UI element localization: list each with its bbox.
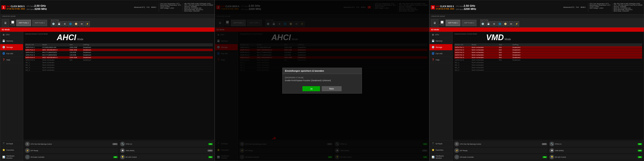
sidebar-item-cpu[interactable]: 🖥CPU: [430, 32, 452, 38]
feature-cell[interactable]: ⚙CPU Fan Fail Warning ControlOFF: [24, 141, 118, 147]
storage-table-cell: Deaktiviert: [83, 54, 99, 56]
extra-port-cell: Deaktiviert: [512, 59, 528, 61]
feature-toggle[interactable]: ON: [208, 156, 213, 158]
sidebar-icon: 💾: [2, 40, 5, 42]
sidebar-bottom-item-favorites[interactable]: ⭐Favorites: [0, 147, 23, 153]
boot-device-icon[interactable]: 📀: [503, 21, 508, 26]
extra-port-cell: Nicht vorhanden: [472, 67, 499, 68]
modal-no-button[interactable]: Nein: [322, 86, 342, 91]
sidebar: 🖥CPU💾Memory💿Storage🌀Fan Info❓Help📱M-Flas…: [0, 32, 23, 161]
feature-toggle[interactable]: OFF: [112, 143, 118, 145]
sidebar-icon: 🖥: [2, 33, 4, 36]
modal-yes-button[interactable]: Ja: [302, 86, 320, 91]
bios-panel-2: 2nsi CLICK BIOS 57:19 So 6 Feb. 2022CPU …: [215, 0, 429, 161]
boot-device-icon[interactable]: 💾: [486, 21, 491, 26]
panel-number: 1: [2, 5, 6, 10]
storage-table-row: SATA Port 1:ST1000LM024 HN1000.2GBDeakti…: [25, 46, 213, 49]
sidebar-item-storage[interactable]: 💿Storage: [0, 44, 23, 50]
sidebar-item-fan-info[interactable]: 🌀Fan Info: [0, 50, 23, 57]
xmp-profile-2-button[interactable]: XMP Profile 2: [32, 20, 47, 26]
sidebar-bottom-item-hardware-monitor[interactable]: 📊Hardware Monitor: [430, 153, 452, 161]
xmp-profile-2-button[interactable]: XMP Profile 2: [462, 20, 476, 26]
boot-device-icon[interactable]: 🖥: [62, 21, 67, 26]
feature-toggle[interactable]: ON: [113, 156, 118, 158]
boot-device-icon[interactable]: ⚡: [85, 21, 90, 26]
system-info-item: BIOS Build Date: 09/14/2021: [614, 9, 642, 10]
feature-icon: ⚡: [25, 148, 30, 153]
sidebar-item-help[interactable]: ❓Help: [430, 57, 452, 63]
feature-cell[interactable]: 🔲VMD (RAID)ON: [548, 147, 643, 153]
sidebar-item-help[interactable]: ❓Help: [0, 57, 23, 63]
storage-table-cell: 1000.2GB: [70, 46, 83, 48]
feature-cell[interactable]: ⚡ErP Ready: [24, 147, 118, 153]
feature-toggle[interactable]: OFF: [542, 143, 547, 145]
extra-port-cell: [512, 64, 528, 66]
header-nav-item[interactable]: ⊕DEU: [580, 6, 586, 8]
feature-cell[interactable]: 🔲VMD (RAID)OFF: [119, 147, 214, 153]
sidebar-item-cpu[interactable]: 🖥CPU: [0, 32, 23, 38]
sidebar-label: Fan Info: [6, 53, 13, 55]
feature-cell[interactable]: ⚡ErP Ready: [454, 147, 548, 153]
extra-port-row: M2_1:Nicht vorhanden: [454, 61, 642, 64]
header-nav-item[interactable]: F12: [576, 6, 579, 8]
feature-toggle[interactable]: ON: [638, 156, 642, 158]
ddr-speed-display: DDR Speed3200 MHz: [456, 7, 476, 11]
header-nav-item[interactable]: F12: [146, 6, 150, 8]
feature-toggle[interactable]: ON: [543, 156, 547, 158]
feature-toggle[interactable]: ON: [638, 143, 642, 145]
sidebar-label: Fan Info: [436, 53, 442, 55]
cpu-icon-button[interactable]: 🖥: [431, 19, 438, 27]
extra-port-cell: [70, 62, 83, 63]
xmp-profile-1-button[interactable]: XMP Profile 1: [16, 20, 31, 26]
feature-cell[interactable]: 💡EZ LED ControlON: [119, 154, 214, 160]
sidebar-item-fan-info[interactable]: 🌀Fan Info: [430, 50, 452, 57]
sidebar-item-storage[interactable]: 💿Storage: [430, 44, 452, 50]
feature-cell[interactable]: ⚙CPU Fan Fail Warning ControlOFF: [454, 141, 548, 147]
boot-device-icon[interactable]: 🌐: [497, 21, 502, 26]
mode-title: VMDMode: [486, 33, 511, 42]
sidebar-bottom-item-m-flash[interactable]: 📱M-Flash: [0, 140, 23, 147]
sidebar-bottom-item-hardware-monitor[interactable]: 📊Hardware Monitor: [0, 153, 23, 161]
extra-port-cell: [83, 69, 99, 71]
boot-device-icon[interactable]: 💿: [480, 21, 485, 26]
sidebar-item-memory[interactable]: 💾Memory: [430, 38, 452, 44]
feature-icon: 🔲: [120, 148, 125, 153]
feature-label: HD Audio Controller: [460, 156, 542, 158]
header-nav-item[interactable]: Advanced (F7): [134, 6, 145, 8]
storage-table-cell: SATA Port 5:: [26, 56, 42, 58]
boot-device-icon[interactable]: 📼: [79, 21, 84, 26]
feature-cell[interactable]: 🔧fTPM 2.0ON: [119, 141, 214, 147]
feature-label: EZ LED Control: [555, 156, 637, 158]
cpu-icon-button[interactable]: 🖥: [2, 19, 9, 27]
boot-device-icon[interactable]: 💾: [56, 21, 62, 26]
ez-mode-bar: EZ Mode: [430, 28, 644, 32]
header-nav-item[interactable]: ⊕DEU: [151, 6, 156, 8]
sidebar-item-memory[interactable]: 💾Memory: [0, 38, 23, 44]
boot-device-icon[interactable]: 💿: [51, 21, 56, 26]
boot-device-icon[interactable]: ⚡: [514, 21, 519, 26]
storage-table-cell: Nicht vorhanden: [472, 54, 499, 56]
boot-device-icon[interactable]: 📀: [74, 21, 78, 26]
header-nav-item[interactable]: Advanced (F7): [563, 6, 574, 8]
boot-device-icon[interactable]: 📼: [508, 21, 514, 26]
modal-box: Einstellungen speichern & beenden[2022/0…: [282, 68, 362, 94]
xmp-bar: 🖥▣ProfileXMP Profile 1XMP Profile 2Boot …: [0, 18, 214, 28]
sidebar-bottom-item-m-flash[interactable]: 📱M-Flash: [430, 140, 452, 147]
feature-toggle[interactable]: ON: [208, 143, 213, 145]
boot-device-icon[interactable]: 🖥: [492, 21, 496, 26]
feature-toggle[interactable]: ON: [638, 150, 642, 151]
boot-device-icon[interactable]: 🌐: [68, 21, 73, 26]
feature-cell[interactable]: 🔧fTPM 2.0ON: [548, 141, 643, 147]
feature-cell[interactable]: 💡EZ LED ControlON: [548, 154, 643, 160]
storage-table-cell: Nicht vorhanden: [472, 51, 499, 53]
feature-toggle[interactable]: OFF: [208, 150, 212, 151]
system-info-item: VCore: 0.836V: [590, 6, 610, 7]
extra-port-cell: SATA Port 6:: [455, 59, 472, 61]
sidebar-bottom-label: Hardware Monitor: [436, 155, 450, 159]
feature-cell[interactable]: 🎵HD Audio ControllerON: [454, 154, 548, 160]
table-header: Device List: [455, 44, 472, 46]
sidebar-bottom-item-favorites[interactable]: ⭐Favorites: [430, 147, 452, 153]
sidebar-bottom-label: Favorites: [6, 149, 14, 151]
feature-cell[interactable]: 🎵HD Audio ControllerON: [24, 154, 118, 160]
xmp-profile-1-button[interactable]: XMP Profile 1: [446, 20, 460, 26]
